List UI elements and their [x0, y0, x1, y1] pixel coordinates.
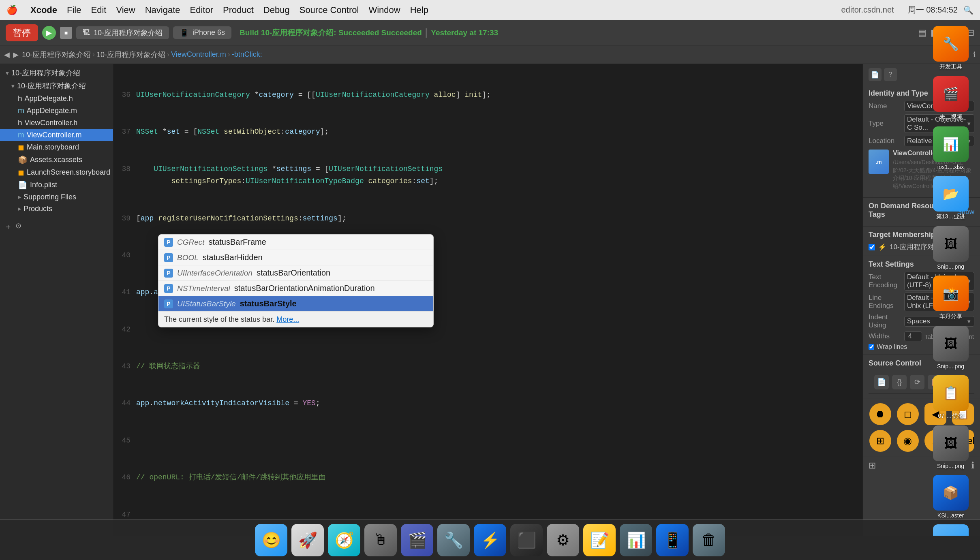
desktop-icon-devtools[interactable]: 🔧 开发工具 [931, 24, 970, 72]
tab-width-input[interactable] [904, 331, 922, 341]
sidebar-item-root[interactable]: ▶ 10-应用程序对象介绍 [0, 79, 113, 92]
menubar: 🍎 Xcode File Edit View Navigate Editor P… [0, 0, 980, 20]
build-result: Succeeded [381, 28, 422, 37]
menu-xcode[interactable]: Xcode [30, 5, 57, 15]
search-icon[interactable]: 🔍 [963, 5, 974, 15]
sidebar-item-viewcontroller-m[interactable]: m ViewController.m [0, 129, 113, 141]
snip3-label: Snip....png [937, 463, 964, 469]
xlsx-icon: 📊 [933, 126, 969, 162]
rp-icon-quick-help[interactable]: ? [884, 68, 897, 81]
frame-icon[interactable]: ◻ [897, 403, 919, 425]
sidebar-group-header[interactable]: ▶ 10-应用程序对象介绍 [0, 66, 113, 79]
scheme-selector[interactable]: 🏗 10-应用程序对象介绍 [76, 26, 169, 39]
sidebar-item-appdelegate-h[interactable]: h AppDelegate.h [0, 92, 113, 105]
folder1-label: 第13…业进 [936, 213, 965, 220]
ac-type-1: CGRect [177, 238, 205, 247]
pause-button[interactable]: 暂停 [6, 24, 38, 41]
storyboard-icon: ◼ [18, 143, 24, 152]
back-icon[interactable]: ◀ [4, 50, 10, 59]
breadcrumb-part-3[interactable]: ViewController.m [171, 50, 226, 59]
snip2-label: Snip....png [937, 363, 964, 370]
menu-file[interactable]: File [67, 5, 81, 15]
ac-item-2[interactable]: P BOOL statusBarHidden [158, 250, 433, 265]
apple-menu[interactable]: 🍎 [6, 5, 17, 15]
desktop-icon-snip2[interactable]: 🖼 Snip....png [931, 324, 970, 371]
breadcrumb-part-4[interactable]: -btnClick: [232, 50, 262, 59]
dock-notes[interactable]: 📝 [583, 524, 616, 556]
circle-icon[interactable]: ◉ [897, 430, 919, 452]
ac-item-4[interactable]: P NSTimeInterval statusBarOrientationAni… [158, 281, 433, 296]
menu-editor[interactable]: Editor [190, 5, 213, 15]
dock-video[interactable]: 🎬 [401, 524, 433, 556]
stop-button[interactable]: ■ [60, 27, 72, 39]
sidebar-label: Products [24, 205, 52, 213]
sidebar-item-appdelegate-m[interactable]: m AppDelegate.m [0, 105, 113, 117]
dock-trash[interactable]: 🗑 [693, 524, 725, 556]
optimize-label: 07-…优化 [938, 413, 963, 420]
sidebar-item-launchscreen[interactable]: ◼ LaunchScreen.storyboard [0, 166, 113, 179]
menu-edit[interactable]: Edit [91, 5, 106, 15]
ac-item-3[interactable]: P UIInterfaceOrientation statusBarOrient… [158, 265, 433, 281]
dock-mouse[interactable]: 🖱 [364, 524, 397, 556]
menu-product[interactable]: Product [223, 5, 254, 15]
record-icon[interactable]: ⏺ [869, 403, 891, 425]
autocomplete-popup[interactable]: P CGRect statusBarFrame P BOOL statusBar… [158, 234, 434, 327]
breadcrumb-part-2[interactable]: 10-应用程序对象介绍 [96, 50, 165, 60]
indent-using-label: Indent Using [869, 313, 901, 329]
build-time: Yesterday at 17:33 [431, 28, 498, 37]
sidebar-item-supporting[interactable]: ▶ Supporting Files [0, 191, 113, 203]
desktop-icon-folder1[interactable]: 📂 第13…业进 [931, 174, 970, 222]
ac-item-1[interactable]: P CGRect statusBarFrame [158, 235, 433, 250]
desktop-icon-folder2[interactable]: 📁 未命…件夹 [931, 523, 970, 536]
grid-view-icon[interactable]: ⊞ [869, 460, 876, 471]
code-editor[interactable]: 36 UIUserNotificationCategory *category … [113, 64, 862, 536]
dock-finder[interactable]: 😊 [255, 524, 287, 556]
desktop-icon-snip1[interactable]: 🖼 Snip....png [931, 224, 970, 271]
device-name: iPhone 6s [193, 28, 225, 37]
ac-item-5-selected[interactable]: P UIStatusBarStyle statusBarStyle [158, 296, 433, 312]
device-selector[interactable]: 📱 iPhone 6s [173, 26, 231, 39]
dock-terminal[interactable]: ⬛ [510, 524, 543, 556]
dock-monitor[interactable]: 📊 [620, 524, 652, 556]
menu-view[interactable]: View [116, 5, 135, 15]
sidebar-bottom-bar: ＋ ⊙ [0, 219, 113, 235]
menu-debug[interactable]: Debug [263, 5, 290, 15]
sc-icon-2[interactable]: {} [892, 375, 907, 389]
assets-icon: 📦 [18, 155, 28, 165]
dock-launchpad[interactable]: 🚀 [291, 524, 324, 556]
menu-source-control[interactable]: Source Control [300, 5, 359, 15]
sidebar-item-main-storyboard[interactable]: ◼ Main.storyboard [0, 141, 113, 154]
desktop-icon-ksi[interactable]: 📦 KSI...aster [931, 473, 970, 520]
target-checkbox[interactable] [869, 244, 875, 250]
desktop-icon-xlsx[interactable]: 📊 ios1....xlsx [931, 125, 970, 172]
breadcrumb-part-1[interactable]: 10-应用程序对象介绍 [22, 50, 91, 60]
sidebar-item-infoplist[interactable]: 📄 Info.plist [0, 179, 113, 191]
dock-appstore[interactable]: 📱 [656, 524, 689, 556]
scheme-icon: 🏗 [83, 28, 90, 37]
snip1-icon: 🖼 [933, 226, 969, 262]
dock-tools[interactable]: 🔧 [437, 524, 470, 556]
wrap-lines-checkbox[interactable] [869, 344, 874, 350]
desktop-icon-video[interactable]: 🎬 未…视频 [931, 75, 970, 122]
desktop-icon-snip3[interactable]: 🖼 Snip....png [931, 424, 970, 471]
sidebar-item-assets[interactable]: 📦 Assets.xcassets [0, 154, 113, 166]
desktop-icon-optimize[interactable]: 📋 07-…优化 [931, 374, 970, 421]
dock-system-prefs[interactable]: ⚙ [547, 524, 579, 556]
menu-help[interactable]: Help [410, 5, 428, 15]
filter-button[interactable]: ⊙ [15, 221, 21, 232]
xcode-toolbar: 暂停 ▶ ■ 🏗 10-应用程序对象介绍 📱 iPhone 6s Build 1… [0, 20, 980, 45]
dock-safari[interactable]: 🧭 [328, 524, 360, 556]
menu-navigate[interactable]: Navigate [145, 5, 180, 15]
forward-icon[interactable]: ▶ [13, 50, 19, 59]
sidebar-item-viewcontroller-h[interactable]: h ViewController.h [0, 117, 113, 129]
ac-more-link[interactable]: More... [276, 315, 299, 323]
rp-icon-file[interactable]: 📄 [869, 68, 882, 81]
desktop-icon-share[interactable]: 📸 车丹分享 [931, 274, 970, 322]
sidebar-item-products[interactable]: ▶ Products [0, 203, 113, 215]
dock-xcode[interactable]: ⚡ [474, 524, 506, 556]
add-button[interactable]: ＋ [4, 221, 12, 232]
run-button[interactable]: ▶ [42, 26, 56, 40]
menu-window[interactable]: Window [368, 5, 400, 15]
grid-icon[interactable]: ⊞ [869, 430, 891, 452]
sc-icon-1[interactable]: 📄 [874, 375, 889, 389]
